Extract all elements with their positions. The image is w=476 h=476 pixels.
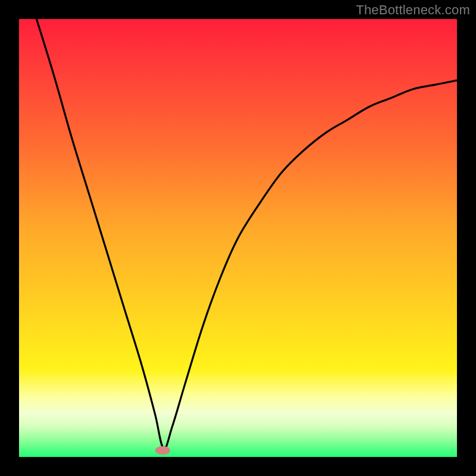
bottleneck-curve bbox=[36, 19, 457, 449]
curve-layer bbox=[0, 0, 476, 476]
outer-frame: TheBottleneck.com bbox=[0, 0, 476, 476]
minimum-marker bbox=[155, 446, 171, 454]
